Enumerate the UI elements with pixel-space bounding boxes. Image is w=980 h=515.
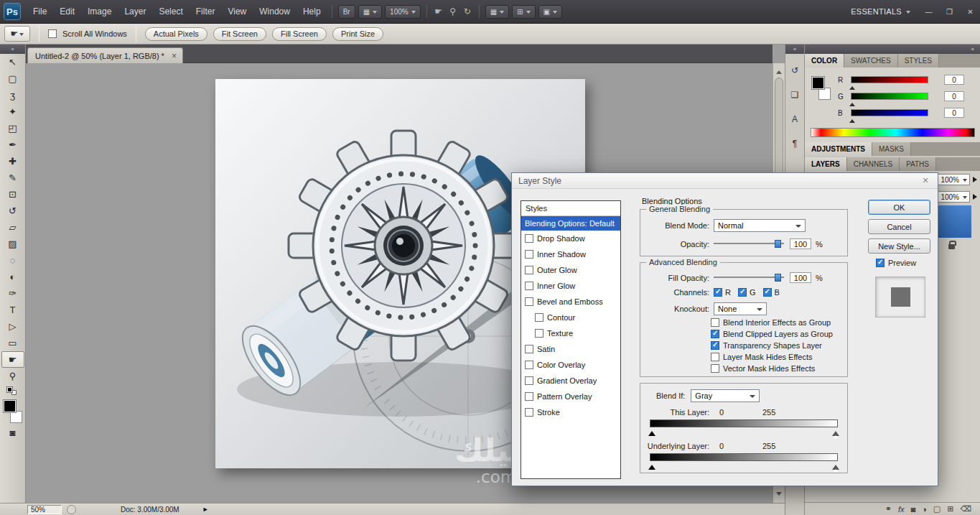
- menu-view[interactable]: View: [221, 0, 253, 24]
- eyedropper-tool[interactable]: ✒: [1, 136, 24, 153]
- link-layers-icon[interactable]: ⚭: [885, 504, 892, 514]
- scroll-all-windows-checkbox[interactable]: [48, 29, 57, 38]
- style-checkbox[interactable]: [535, 313, 543, 322]
- style-item[interactable]: Inner Glow: [521, 278, 620, 294]
- red-value-field[interactable]: 0: [944, 75, 964, 85]
- clone-stamp-tool[interactable]: ⊡: [1, 186, 24, 203]
- spot-healing-brush-tool[interactable]: ✚: [1, 153, 24, 170]
- actual-pixels-button[interactable]: Actual Pixels: [145, 27, 207, 41]
- blur-tool[interactable]: ◌: [1, 252, 24, 269]
- fit-screen-button[interactable]: Fit Screen: [213, 27, 266, 41]
- preview-checkbox[interactable]: [876, 259, 885, 267]
- character-panel-icon[interactable]: A: [787, 111, 803, 127]
- style-checkbox[interactable]: [525, 392, 533, 401]
- black-slider-marker[interactable]: [648, 461, 655, 470]
- style-checkbox[interactable]: [525, 376, 533, 385]
- adjustment-layer-icon[interactable]: ◑: [922, 505, 927, 514]
- quick-selection-tool[interactable]: ✦: [1, 103, 24, 120]
- layer-opacity-select[interactable]: 100%: [937, 174, 970, 185]
- quick-mask-tool[interactable]: ◙: [1, 424, 24, 441]
- rotate-view-icon[interactable]: ↻: [460, 6, 475, 17]
- restore-button[interactable]: ❐: [940, 5, 959, 19]
- style-checkbox[interactable]: [525, 282, 533, 290]
- style-checkbox[interactable]: [525, 361, 533, 369]
- eraser-tool[interactable]: ▱: [1, 219, 24, 236]
- style-item-blending-options[interactable]: Blending Options: Default: [521, 216, 620, 231]
- print-size-button[interactable]: Print Size: [332, 27, 383, 41]
- type-tool[interactable]: T: [1, 302, 24, 318]
- dodge-tool[interactable]: ◐: [1, 269, 24, 285]
- paragraph-panel-icon[interactable]: ¶: [787, 136, 803, 152]
- white-slider-marker[interactable]: [832, 427, 839, 436]
- layer-group-icon[interactable]: ▢: [933, 504, 941, 514]
- style-item[interactable]: Outer Glow: [521, 262, 620, 278]
- foreground-color-swatch[interactable]: [812, 77, 824, 89]
- opacity-flyout-icon[interactable]: [973, 177, 980, 182]
- underlying-layer-ramp[interactable]: [650, 453, 838, 461]
- menu-window[interactable]: Window: [253, 0, 297, 24]
- menu-select[interactable]: Select: [152, 0, 189, 24]
- red-slider[interactable]: [851, 76, 928, 83]
- style-item[interactable]: Texture: [521, 325, 620, 341]
- blend-clipped-layers-checkbox[interactable]: [711, 330, 719, 338]
- close-button[interactable]: ✕: [961, 5, 980, 19]
- vector-mask-hides-checkbox[interactable]: [711, 364, 719, 373]
- zoom-tool[interactable]: ⚲: [1, 368, 24, 384]
- style-item[interactable]: Satin: [521, 341, 620, 357]
- style-checkbox[interactable]: [525, 297, 533, 306]
- style-checkbox[interactable]: [535, 329, 543, 338]
- ok-button[interactable]: OK: [868, 200, 930, 215]
- style-item[interactable]: Inner Shadow: [521, 246, 620, 262]
- hand-tool-icon[interactable]: ☛: [431, 6, 446, 17]
- layer-mask-icon[interactable]: ◙: [911, 505, 916, 514]
- path-selection-tool[interactable]: ▷: [1, 318, 24, 335]
- active-tool-preset[interactable]: ☛: [4, 26, 30, 42]
- dock-collapse-icon[interactable]: »: [805, 45, 980, 54]
- tools-collapse-icon[interactable]: »: [0, 45, 25, 54]
- this-layer-ramp[interactable]: [650, 419, 838, 427]
- background-color-swatch[interactable]: [10, 411, 22, 423]
- layer-mask-hides-checkbox[interactable]: [711, 353, 719, 361]
- lasso-tool[interactable]: ʒ: [1, 87, 24, 103]
- fill-screen-button[interactable]: Fill Screen: [272, 27, 327, 41]
- menu-filter[interactable]: Filter: [190, 0, 222, 24]
- knockout-select[interactable]: None: [714, 302, 767, 315]
- photoshop-logo-icon[interactable]: Ps: [4, 3, 21, 20]
- move-tool[interactable]: ↖: [1, 54, 24, 70]
- green-value-field[interactable]: 0: [944, 91, 964, 101]
- rectangular-marquee-tool[interactable]: ▢: [1, 70, 24, 87]
- style-item[interactable]: Gradient Overlay: [521, 373, 620, 389]
- tab-color[interactable]: COLOR: [805, 54, 844, 68]
- blend-interior-effects-checkbox[interactable]: [711, 318, 719, 327]
- zoom-level-select[interactable]: 100%: [385, 5, 421, 19]
- opacity-value-field[interactable]: 100: [790, 238, 811, 249]
- style-item[interactable]: Contour: [521, 310, 620, 325]
- history-panel-icon[interactable]: ↺: [787, 62, 803, 78]
- status-zoom-field[interactable]: 50%: [27, 505, 62, 514]
- menu-layer[interactable]: Layer: [118, 0, 152, 24]
- tab-close-icon[interactable]: ×: [172, 51, 177, 61]
- layer-fill-select[interactable]: 100%: [937, 191, 970, 203]
- black-slider-marker[interactable]: [648, 427, 655, 436]
- status-menu-arrow-icon[interactable]: ►: [202, 506, 209, 513]
- panel-launcher-button[interactable]: ▦: [358, 5, 382, 19]
- blend-mode-select[interactable]: Normal: [714, 219, 806, 232]
- style-checkbox[interactable]: [525, 408, 533, 417]
- delete-layer-icon[interactable]: ⌫: [960, 504, 971, 514]
- menu-image[interactable]: Image: [81, 0, 118, 24]
- document-tab[interactable]: Untitled-2 @ 50% (Layer 1, RGB/8) * ×: [27, 47, 183, 63]
- minimize-button[interactable]: —: [919, 5, 938, 19]
- hand-tool[interactable]: ☛: [1, 351, 24, 368]
- tab-adjustments[interactable]: ADJUSTMENTS: [805, 142, 872, 156]
- workspace-switcher[interactable]: ESSENTIALS: [844, 7, 918, 16]
- strip-collapse-icon[interactable]: «: [785, 45, 804, 54]
- view-extras-button[interactable]: ▦: [485, 5, 509, 19]
- color-spectrum-ramp[interactable]: [811, 128, 975, 137]
- channel-g-checkbox[interactable]: [738, 288, 747, 297]
- slider-thumb[interactable]: [775, 240, 781, 248]
- gradient-tool[interactable]: ▨: [1, 236, 24, 252]
- style-checkbox[interactable]: [525, 266, 533, 274]
- opacity-slider[interactable]: [714, 238, 784, 249]
- menu-help[interactable]: Help: [297, 0, 327, 24]
- white-slider-marker[interactable]: [832, 461, 839, 470]
